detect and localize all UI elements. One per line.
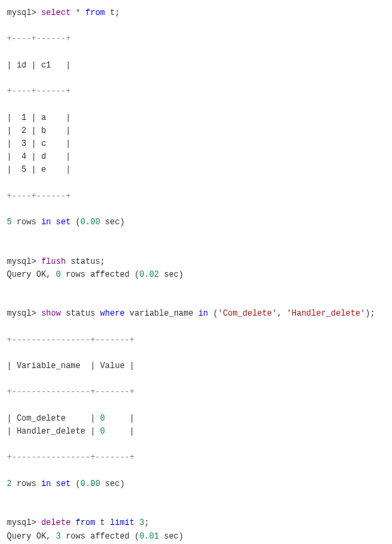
kw-in: in (41, 217, 50, 227)
prompt: mysql> (7, 8, 36, 18)
kw-from: from (85, 8, 105, 18)
kw-show: show (41, 309, 61, 318)
lp: ( (213, 309, 218, 318)
table-name: t; (110, 8, 119, 18)
table-border: +----+------+ (7, 34, 71, 44)
cell: | (105, 414, 134, 423)
text: ( (71, 217, 80, 227)
terminal-output: mysql> select * from t; +----+------+ | … (7, 7, 385, 544)
limit-value: 3 (139, 518, 144, 528)
kw-select: select (41, 8, 70, 18)
cell-value: 0 (100, 414, 105, 423)
text: rows affected ( (61, 270, 139, 279)
text (51, 217, 56, 227)
table-header: | id | c1 | (7, 61, 71, 70)
kw-delete: delete (41, 518, 70, 528)
table-border: +----------------+-------+ (7, 387, 134, 397)
cell: | Com_delete | (7, 414, 100, 423)
string-literal: 'Handler_delete' (287, 309, 365, 318)
rp: ); (365, 309, 375, 318)
table-header: | Variable_name | Value | (7, 361, 134, 371)
text: sec) (159, 270, 183, 279)
text: Query OK, (7, 270, 56, 279)
table-row: | 3 | c | (7, 139, 71, 149)
prompt: mysql> (7, 309, 36, 318)
kw-in: in (198, 309, 208, 318)
kw-status: status; (71, 257, 105, 267)
kw-where: where (100, 309, 125, 318)
time: 0.01 (139, 532, 159, 541)
table-row: | 5 | e | (7, 165, 71, 175)
time: 0.00 (80, 217, 100, 227)
cell: | (105, 427, 134, 436)
text (51, 479, 56, 489)
kw-in: in (41, 479, 50, 489)
table-row: | 4 | d | (7, 152, 71, 162)
string-literal: 'Com_delete' (218, 309, 277, 318)
text: Query OK, (7, 532, 56, 541)
prompt: mysql> (7, 257, 36, 267)
kw-from: from (76, 518, 95, 528)
semi: ; (145, 518, 149, 528)
table-row: | 1 | a | (7, 113, 71, 123)
prompt: mysql> (7, 518, 36, 528)
text: sec) (159, 532, 183, 541)
text: sec) (100, 479, 125, 489)
text: rows (12, 217, 41, 227)
text: rows affected ( (61, 532, 139, 541)
table-name: t (100, 518, 105, 528)
cell: | Handler_delete | (7, 427, 100, 436)
table-border: +----------------+-------+ (7, 335, 134, 345)
table-border: +----+------+ (7, 87, 71, 96)
kw-flush: flush (41, 257, 65, 267)
time: 0.00 (80, 479, 100, 489)
table-border: +----+------+ (7, 192, 71, 201)
cell-value: 0 (100, 427, 105, 436)
comma: , (277, 309, 282, 318)
col-name: variable_name (130, 309, 194, 318)
text: rows (12, 479, 41, 489)
kw-limit: limit (110, 518, 134, 528)
kw-set: set (56, 479, 71, 489)
text: sec) (100, 217, 125, 227)
kw-star: * (76, 8, 80, 18)
kw-status: status (65, 309, 95, 318)
time: 0.02 (139, 270, 159, 279)
table-row: | 2 | b | (7, 126, 71, 136)
kw-set: set (56, 217, 71, 227)
text: ( (71, 479, 80, 489)
table-border: +----------------+-------+ (7, 453, 134, 462)
